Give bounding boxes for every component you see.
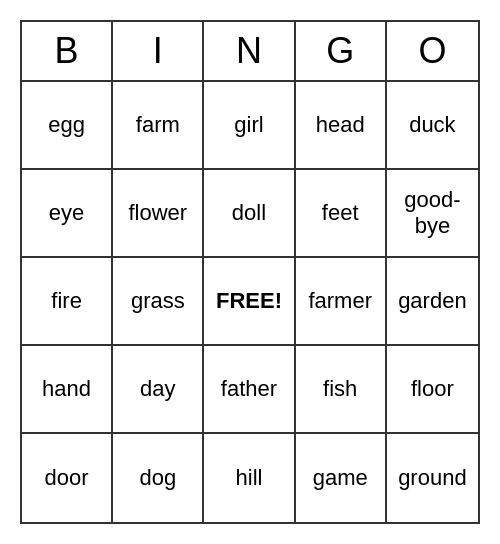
bingo-cell-r4c5[interactable]: floor	[387, 346, 478, 434]
bingo-cell-r3c3[interactable]: FREE!	[204, 258, 295, 346]
bingo-header: BINGO	[22, 22, 478, 82]
bingo-header-letter: O	[387, 22, 478, 80]
bingo-cell-r4c1[interactable]: hand	[22, 346, 113, 434]
bingo-cell-r3c4[interactable]: farmer	[296, 258, 387, 346]
bingo-cell-r2c2[interactable]: flower	[113, 170, 204, 258]
bingo-cell-r4c3[interactable]: father	[204, 346, 295, 434]
bingo-cell-r1c2[interactable]: farm	[113, 82, 204, 170]
bingo-grid: eggfarmgirlheadduckeyeflowerdollfeetgood…	[22, 82, 478, 522]
bingo-header-letter: G	[296, 22, 387, 80]
bingo-cell-r1c1[interactable]: egg	[22, 82, 113, 170]
bingo-cell-r1c3[interactable]: girl	[204, 82, 295, 170]
bingo-card: BINGO eggfarmgirlheadduckeyeflowerdollfe…	[20, 20, 480, 524]
bingo-cell-r2c1[interactable]: eye	[22, 170, 113, 258]
bingo-cell-r3c2[interactable]: grass	[113, 258, 204, 346]
bingo-header-letter: N	[204, 22, 295, 80]
bingo-cell-r2c3[interactable]: doll	[204, 170, 295, 258]
bingo-cell-r5c1[interactable]: door	[22, 434, 113, 522]
bingo-cell-r2c4[interactable]: feet	[296, 170, 387, 258]
bingo-cell-r5c3[interactable]: hill	[204, 434, 295, 522]
bingo-header-letter: B	[22, 22, 113, 80]
bingo-cell-r5c2[interactable]: dog	[113, 434, 204, 522]
bingo-cell-r2c5[interactable]: good-bye	[387, 170, 478, 258]
bingo-cell-r3c5[interactable]: garden	[387, 258, 478, 346]
bingo-cell-r4c2[interactable]: day	[113, 346, 204, 434]
bingo-cell-r3c1[interactable]: fire	[22, 258, 113, 346]
bingo-cell-r5c4[interactable]: game	[296, 434, 387, 522]
bingo-cell-r5c5[interactable]: ground	[387, 434, 478, 522]
bingo-cell-r1c5[interactable]: duck	[387, 82, 478, 170]
bingo-cell-r1c4[interactable]: head	[296, 82, 387, 170]
bingo-cell-r4c4[interactable]: fish	[296, 346, 387, 434]
bingo-header-letter: I	[113, 22, 204, 80]
